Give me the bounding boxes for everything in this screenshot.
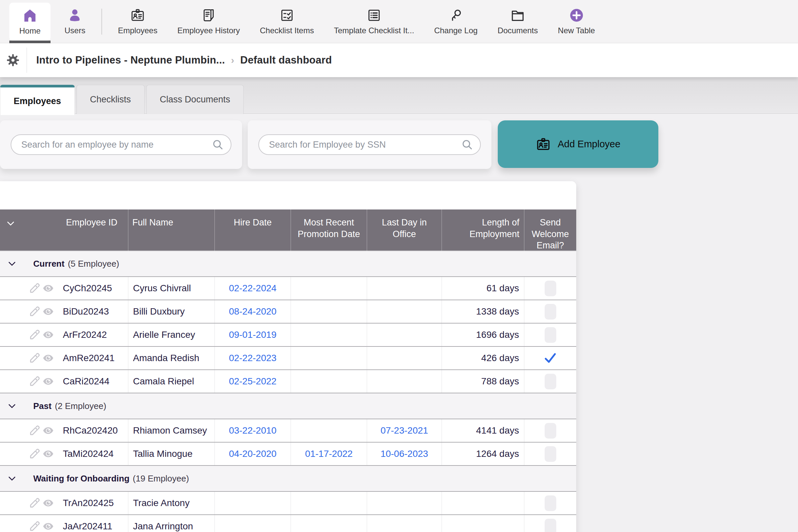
nav-item-template-checklist[interactable]: Template Checklist It... — [324, 0, 424, 43]
hire-date-link[interactable]: 04-20-2020 — [229, 449, 276, 459]
nav-item-employee-history[interactable]: Employee History — [167, 0, 250, 43]
promotion-date-link[interactable]: 01-17-2022 — [305, 449, 353, 459]
column-header-length[interactable]: Length of Employment — [441, 209, 524, 251]
search-by-name-card — [0, 120, 242, 169]
employee-full-name: Tracie Antony — [128, 492, 214, 514]
length-of-employment: 61 days — [441, 277, 524, 300]
welcome-checkbox[interactable] — [545, 423, 556, 439]
column-header-welcome-email[interactable]: Send Welcome Email? — [524, 209, 576, 251]
nav-item-label: Users — [64, 26, 86, 35]
employee-ssn-search-input[interactable] — [258, 134, 481, 155]
hire-date-link[interactable]: 02-25-2022 — [229, 376, 276, 387]
column-header-full-name[interactable]: Full Name — [128, 209, 214, 251]
employee-id: ArFr20242 — [63, 329, 107, 340]
view-eye-icon[interactable] — [42, 352, 54, 364]
view-eye-icon[interactable] — [42, 329, 54, 341]
nav-item-label: Checklist Items — [260, 26, 314, 35]
nav-item-checklist-items[interactable]: Checklist Items — [250, 0, 324, 43]
hire-date-link[interactable]: 09-01-2019 — [229, 329, 276, 340]
employee-full-name: Jana Arrington — [128, 515, 214, 532]
employee-id: BiDu20243 — [63, 306, 109, 317]
length-of-employment — [441, 492, 524, 514]
column-header-hire-date[interactable]: Hire Date — [214, 209, 291, 251]
edit-pencil-icon[interactable] — [28, 448, 41, 460]
table-row: CaRi20244 Camala Riepel 02-25-2022 788 d… — [0, 369, 576, 393]
table-row: RhCa202420 Rhiamon Camsey 03-22-2010 07-… — [0, 419, 576, 442]
tab-class-documents[interactable]: Class Documents — [146, 85, 244, 114]
group-collapse-chevron-icon[interactable] — [7, 473, 17, 484]
edit-pencil-icon[interactable] — [28, 352, 41, 364]
nav-item-home[interactable]: Home — [9, 3, 51, 41]
nav-item-employees[interactable]: Employees — [108, 0, 168, 43]
edit-pencil-icon[interactable] — [28, 497, 41, 509]
group-collapse-chevron-icon[interactable] — [7, 258, 17, 269]
employee-full-name: Billi Duxbury — [128, 300, 214, 323]
breadcrumb-app-title[interactable]: Intro to Pipelines - Neptune Plumbin... — [36, 54, 225, 66]
view-eye-icon[interactable] — [42, 306, 54, 318]
nav-item-label: Change Log — [434, 26, 478, 35]
gear-icon[interactable] — [6, 53, 20, 67]
welcome-checkbox[interactable] — [545, 281, 556, 296]
view-eye-icon[interactable] — [42, 448, 54, 460]
nav-item-users[interactable]: Users — [55, 0, 95, 43]
group-label: Waiting for Onboarding — [33, 474, 129, 484]
group-label: Past — [33, 401, 52, 411]
nav-item-label: Template Checklist It... — [334, 26, 414, 35]
edit-pencil-icon[interactable] — [28, 520, 41, 532]
column-header-employee-id[interactable]: Employee ID — [0, 209, 128, 251]
welcome-checkbox[interactable] — [545, 446, 556, 462]
top-navigation: Home Users Employees Employee History — [0, 0, 798, 43]
nav-item-documents[interactable]: Documents — [488, 0, 548, 43]
table-row: AmRe20241 Amanda Redish 02-22-2023 426 d… — [0, 346, 576, 369]
table-row: BiDu20243 Billi Duxbury 08-24-2020 1338 … — [0, 300, 576, 323]
group-collapse-chevron-icon[interactable] — [7, 401, 17, 411]
search-by-ssn-card — [248, 120, 491, 169]
last-day-link[interactable]: 07-23-2021 — [380, 425, 428, 436]
add-employee-button[interactable]: Add Employee — [498, 120, 658, 168]
nav-item-label: Employees — [118, 26, 158, 35]
employee-full-name: Arielle Francey — [128, 324, 214, 346]
employee-id: RhCa202420 — [63, 425, 118, 436]
view-eye-icon[interactable] — [42, 282, 54, 294]
home-icon — [22, 8, 38, 23]
view-eye-icon[interactable] — [42, 520, 54, 532]
welcome-checkbox[interactable] — [545, 374, 556, 390]
view-eye-icon[interactable] — [42, 375, 54, 387]
nav-item-label: Employee History — [177, 26, 240, 35]
view-eye-icon[interactable] — [42, 497, 54, 509]
employee-name-search-input[interactable] — [11, 134, 231, 155]
checklist-icon — [279, 8, 294, 23]
last-day-link[interactable]: 10-06-2023 — [380, 449, 428, 459]
column-header-promotion-date[interactable]: Most Recent Promotion Date — [291, 209, 367, 251]
hire-date-link[interactable]: 02-22-2023 — [229, 353, 276, 363]
welcome-checkbox[interactable] — [545, 304, 556, 320]
welcome-checkbox[interactable] — [545, 519, 556, 532]
edit-pencil-icon[interactable] — [28, 375, 41, 387]
view-eye-icon[interactable] — [42, 424, 54, 437]
hire-date-link[interactable]: 03-22-2010 — [229, 425, 276, 436]
hire-date-link[interactable]: 02-22-2024 — [229, 283, 276, 293]
edit-pencil-icon[interactable] — [28, 424, 41, 437]
welcome-checkbox[interactable] — [545, 327, 556, 343]
group-count: (19 Employee) — [133, 474, 189, 484]
tab-checklists[interactable]: Checklists — [76, 85, 145, 114]
nav-item-new-table[interactable]: New Table — [548, 0, 605, 43]
id-card-icon — [536, 137, 551, 152]
hire-date-link[interactable]: 08-24-2020 — [229, 306, 276, 317]
tab-employees[interactable]: Employees — [0, 85, 75, 115]
nav-divider — [101, 8, 102, 35]
edit-pencil-icon[interactable] — [28, 282, 41, 294]
collapse-all-chevron-icon[interactable] — [5, 218, 16, 229]
column-header-last-day[interactable]: Last Day in Office — [367, 209, 441, 251]
group-row: Waiting for Onboarding (19 Employee) — [0, 465, 576, 491]
welcome-checkbox[interactable] — [545, 495, 556, 511]
user-icon — [67, 8, 82, 23]
employee-id: CaRi20244 — [63, 376, 109, 387]
welcome-checkmark-icon[interactable] — [543, 351, 557, 365]
nav-item-change-log[interactable]: Change Log — [424, 0, 488, 43]
employee-full-name: Amanda Redish — [128, 347, 214, 369]
edit-pencil-icon[interactable] — [28, 329, 41, 341]
employee-full-name: Rhiamon Camsey — [128, 419, 214, 442]
edit-pencil-icon[interactable] — [28, 306, 41, 318]
search-icon — [461, 138, 474, 151]
